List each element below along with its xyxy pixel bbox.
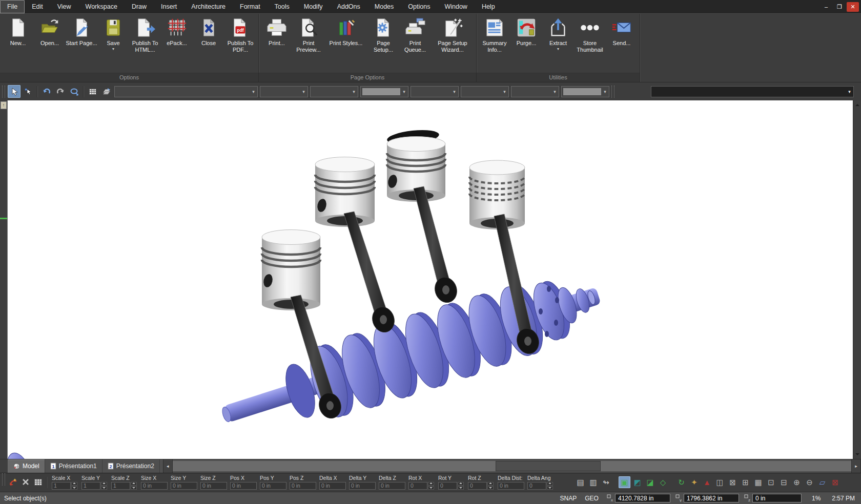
inspector-field-input[interactable]: 0 in <box>230 482 257 490</box>
save-button[interactable]: Save ▾ <box>97 16 129 51</box>
toolbar-grip[interactable] <box>2 86 5 98</box>
node-select-tool-button[interactable] <box>22 85 34 98</box>
field-spinner[interactable] <box>547 482 553 490</box>
send-button[interactable]: Send... <box>606 16 638 47</box>
page-setup-button[interactable]: Page Setup... <box>367 16 399 53</box>
field-spinner[interactable] <box>487 482 494 490</box>
window-select-icon[interactable]: ▣ <box>619 476 630 488</box>
ruler-origin-button[interactable]: ↑ <box>1 101 7 109</box>
unpack-3d-icon[interactable]: ▥ <box>587 476 599 488</box>
menu-options[interactable]: Options <box>401 0 437 13</box>
inspector-field-input[interactable]: 0 in <box>141 482 168 490</box>
inspector-field-input[interactable]: 0 in <box>349 482 376 490</box>
pick-reference-button[interactable] <box>7 476 19 488</box>
selection-loop-button[interactable] <box>68 85 80 98</box>
field-spinner[interactable] <box>71 482 77 490</box>
inspector-field-input[interactable]: 0 in <box>171 482 197 490</box>
extract-button[interactable]: Extract ▾ <box>542 16 574 51</box>
workplane-icon[interactable]: ▱ <box>816 476 828 488</box>
selection-info-button[interactable] <box>86 85 99 98</box>
publish-to-html-button[interactable]: Publish To HTML... <box>129 16 161 53</box>
layers-button[interactable] <box>100 85 113 98</box>
cancel-selection-button[interactable] <box>19 476 32 488</box>
publish-to-pdf-button[interactable]: pdf Publish To PDF... <box>224 16 256 53</box>
fence-select-icon[interactable]: ◇ <box>657 476 669 488</box>
field-spinner[interactable] <box>428 482 434 490</box>
purge-button[interactable]: Purge... <box>510 16 542 47</box>
tab-presentation1[interactable]: 1 Présentation1 <box>45 459 102 473</box>
grid-frame-icon[interactable]: ▦ <box>752 476 764 488</box>
selection-table-button[interactable] <box>32 476 44 488</box>
menu-insert[interactable]: Insert <box>154 0 184 13</box>
vertical-scrollbar[interactable] <box>853 100 861 459</box>
pick-point-icon[interactable]: ✦ <box>688 476 700 488</box>
restore-button[interactable]: ❐ <box>833 2 846 12</box>
menu-file[interactable]: File <box>0 0 25 13</box>
field-spinner[interactable] <box>101 482 107 490</box>
connecting-rod-3[interactable] <box>414 186 460 305</box>
inspector-field-input[interactable]: 0 in <box>319 482 346 490</box>
menu-edit[interactable]: Edit <box>25 0 50 13</box>
inspector-field-input[interactable]: 0 in <box>260 482 286 490</box>
crossing-select-teal-icon[interactable]: ◩ <box>631 476 643 488</box>
menu-modes[interactable]: Modes <box>367 0 401 13</box>
minimize-button[interactable]: – <box>820 2 832 12</box>
inspector-field-input[interactable]: 0 <box>527 482 546 490</box>
scroll-down-button[interactable] <box>854 451 861 458</box>
fill-color-combo[interactable]: ▾ <box>561 86 609 97</box>
x-coordinate-input[interactable]: 4120.7828 in <box>615 494 670 502</box>
page-setup-wizard-button[interactable]: Page Setup Wizard... <box>431 16 474 53</box>
toolbar-grip[interactable] <box>611 86 614 98</box>
print-styles-button[interactable]: Print Styles... <box>324 16 367 47</box>
pen-style-combo[interactable]: ▾ <box>260 86 308 97</box>
menu-format[interactable]: Format <box>233 0 268 13</box>
menu-tools[interactable]: Tools <box>268 0 297 13</box>
menu-modify[interactable]: Modify <box>297 0 330 13</box>
inspector-field-input[interactable]: 0 in <box>290 482 316 490</box>
inspector-field-input[interactable]: 1 <box>111 482 130 490</box>
brush-hatch-combo[interactable]: ▾ <box>461 86 509 97</box>
tab-scroll-left-button[interactable]: ◂ <box>163 459 173 473</box>
field-spinner[interactable] <box>458 482 464 490</box>
new-button[interactable]: New... <box>2 16 34 47</box>
undo-button[interactable] <box>40 85 53 98</box>
node-edit-icon[interactable]: ⊡ <box>765 476 777 488</box>
text-style-combo[interactable]: ▾ <box>511 86 559 97</box>
select-tool-button[interactable] <box>8 85 20 98</box>
inspector-field-input[interactable]: 1 <box>52 482 71 490</box>
pack-3d-icon[interactable]: ▤ <box>575 476 586 488</box>
inspector-field-input[interactable]: 0 in <box>379 482 405 490</box>
remove-anchor-icon[interactable]: ⊖ <box>804 476 815 488</box>
inspector-field-input[interactable]: 0 in <box>498 482 524 490</box>
print-preview-button[interactable]: Print Preview... <box>293 16 324 53</box>
frame-points-icon[interactable]: ⊞ <box>740 476 751 488</box>
summary-info-button[interactable]: Summary Info... <box>479 16 510 53</box>
pen-color-combo[interactable]: ▾ <box>360 86 408 97</box>
scroll-up-button[interactable] <box>854 101 861 109</box>
menu-help[interactable]: Help <box>475 0 502 13</box>
crossing-select-green-icon[interactable]: ◪ <box>644 476 656 488</box>
open-button[interactable]: Open... <box>34 16 66 47</box>
inspector-field-input[interactable]: 0 <box>438 482 457 490</box>
selection-style-combo[interactable]: ▾ <box>114 86 258 97</box>
close-document-button[interactable]: Close <box>193 16 224 47</box>
menu-window[interactable]: Window <box>437 0 474 13</box>
inspector-field-input[interactable]: 1 <box>81 482 100 490</box>
snap-toggle[interactable]: SNAP <box>560 495 577 502</box>
field-spinner[interactable] <box>131 482 137 490</box>
menu-architecture[interactable]: Architecture <box>184 0 233 13</box>
tab-model[interactable]: Model <box>8 459 45 473</box>
menu-draw[interactable]: Draw <box>125 0 154 13</box>
print-queue-button[interactable]: Print Queue... <box>399 16 431 53</box>
print-button[interactable]: Print... <box>261 16 293 47</box>
collapse-frame-icon[interactable]: ⊟ <box>778 476 790 488</box>
rotate-select-icon[interactable]: ↻ <box>675 476 687 488</box>
epack-button[interactable]: ePack... <box>161 16 193 47</box>
menu-addons[interactable]: AddOns <box>330 0 367 13</box>
delta-mode-icon[interactable]: ▲ <box>701 476 713 488</box>
bend-cursor-icon[interactable]: ↬ <box>600 476 612 488</box>
close-button[interactable]: ✕ <box>847 2 859 12</box>
brush-style-combo[interactable]: ▾ <box>411 86 459 97</box>
y-coordinate-input[interactable]: 1796.3862 in <box>684 494 739 502</box>
no-workplane-icon[interactable]: ⊠ <box>829 476 841 488</box>
